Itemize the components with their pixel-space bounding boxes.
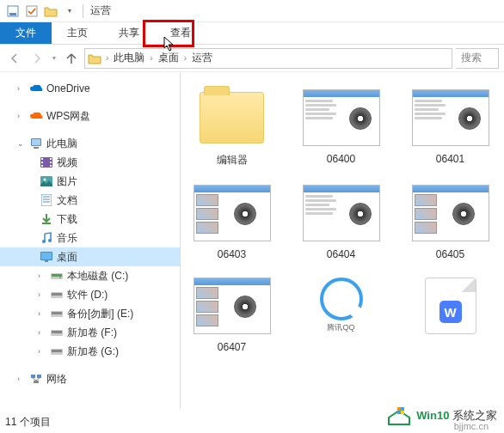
- file-item-video[interactable]: 06405: [409, 183, 491, 260]
- sidebar-item-downloads[interactable]: 下载: [0, 210, 180, 229]
- sidebar-item-documents[interactable]: 文档: [0, 191, 180, 210]
- expand-icon[interactable]: ›: [38, 290, 48, 299]
- breadcrumb-this-pc[interactable]: 此电脑: [110, 51, 148, 65]
- file-item-video[interactable]: 06401: [409, 88, 491, 168]
- sidebar-item-disk-e[interactable]: › 备份[勿删] (E:): [0, 304, 180, 323]
- sidebar-item-desktop[interactable]: 桌面: [0, 247, 180, 266]
- sidebar-label: 网络: [45, 372, 67, 387]
- nav-forward-button[interactable]: [28, 49, 46, 68]
- sidebar-item-disk-f[interactable]: › 新加卷 (F:): [0, 323, 180, 342]
- file-item-video[interactable]: 06400: [300, 88, 382, 168]
- sidebar-label: 软件 (D:): [65, 288, 108, 302]
- svg-rect-9: [41, 165, 43, 167]
- sidebar-item-wps[interactable]: › WPS网盘: [0, 107, 180, 125]
- content-area: 编辑器 06400 06401 06403 06: [181, 72, 504, 409]
- breadcrumb-folder-icon: [85, 52, 104, 64]
- sidebar-item-disk-g[interactable]: › 新加卷 (G:): [0, 342, 180, 361]
- breadcrumb-desktop[interactable]: 桌面: [155, 51, 182, 65]
- tab-view[interactable]: 查看: [155, 22, 206, 44]
- file-item-video[interactable]: 06404: [300, 183, 382, 260]
- disk-icon: [48, 327, 65, 338]
- file-label: 06403: [218, 248, 246, 260]
- expand-icon[interactable]: ›: [17, 375, 28, 383]
- expand-icon[interactable]: ›: [38, 347, 48, 356]
- qat-save-icon[interactable]: [5, 3, 21, 19]
- title-separator: [83, 4, 83, 18]
- file-label: 编辑器: [217, 153, 248, 168]
- sidebar-label: 音乐: [55, 231, 77, 246]
- svg-rect-29: [52, 293, 62, 296]
- sidebar-label: OneDrive: [45, 82, 90, 95]
- sidebar-label: 备份[勿删] (E:): [65, 307, 133, 321]
- tab-home[interactable]: 主页: [52, 22, 103, 44]
- breadcrumb-current[interactable]: 运营: [188, 51, 216, 65]
- title-bar: ▾ 运营: [0, 0, 504, 22]
- sidebar-item-video[interactable]: 视频: [0, 153, 180, 172]
- breadcrumb-sep-icon[interactable]: ›: [148, 53, 154, 63]
- sidebar-label: 图片: [55, 174, 77, 189]
- sidebar: › OneDrive › WPS网盘 ⌄ 此电脑 视频: [0, 72, 181, 409]
- breadcrumb[interactable]: › 此电脑 › 桌面 › 运营: [84, 48, 452, 69]
- svg-point-27: [59, 277, 61, 278]
- file-item-video[interactable]: 06407: [191, 276, 273, 353]
- sidebar-item-disk-c[interactable]: › 本地磁盘 (C:): [0, 266, 180, 285]
- svg-rect-12: [50, 165, 52, 167]
- svg-rect-37: [37, 375, 41, 378]
- breadcrumb-sep-icon[interactable]: ›: [182, 53, 188, 63]
- file-item-wps-doc[interactable]: W: [409, 276, 491, 353]
- network-icon: [28, 374, 45, 384]
- sidebar-item-disk-d[interactable]: › 软件 (D:): [0, 285, 180, 304]
- svg-rect-44: [401, 411, 404, 414]
- svg-point-21: [48, 239, 52, 242]
- svg-rect-31: [52, 312, 62, 314]
- nav-up-button[interactable]: [62, 49, 81, 68]
- video-thumbnail: [412, 88, 489, 148]
- sidebar-item-music[interactable]: 音乐: [0, 229, 180, 247]
- sidebar-item-this-pc[interactable]: ⌄ 此电脑: [0, 134, 180, 153]
- disk-icon: [48, 271, 65, 281]
- search-input[interactable]: 搜索: [456, 48, 499, 69]
- wps-doc-icon: W: [412, 276, 489, 336]
- watermark-url: bjjmc.cn: [454, 421, 489, 431]
- sidebar-item-network[interactable]: › 网络: [0, 369, 180, 388]
- expand-icon[interactable]: ›: [38, 328, 48, 337]
- svg-line-39: [33, 378, 36, 381]
- svg-rect-23: [41, 253, 52, 259]
- svg-rect-43: [397, 411, 401, 414]
- disk-icon: [48, 290, 65, 300]
- svg-rect-36: [31, 375, 35, 378]
- sidebar-label: 本地磁盘 (C:): [65, 269, 128, 284]
- tab-file[interactable]: 文件: [0, 22, 52, 44]
- svg-rect-33: [52, 331, 62, 333]
- svg-rect-2: [27, 6, 37, 16]
- qat-check-icon[interactable]: [24, 3, 40, 19]
- sidebar-label: WPS网盘: [45, 109, 90, 124]
- nav-back-button[interactable]: [5, 49, 24, 68]
- pc-icon: [28, 137, 45, 149]
- qat-folder-icon[interactable]: [43, 3, 58, 19]
- expand-icon[interactable]: ›: [38, 309, 48, 318]
- file-item-qq[interactable]: 腾讯QQ: [300, 276, 382, 353]
- sidebar-item-onedrive[interactable]: › OneDrive: [0, 79, 180, 98]
- nav-history-dropdown[interactable]: ▾: [50, 49, 58, 68]
- video-thumbnail: [303, 183, 380, 243]
- desktop-icon: [38, 252, 55, 262]
- nav-bar: ▾ › 此电脑 › 桌面 › 运营 搜索: [0, 45, 504, 72]
- file-item-folder[interactable]: 编辑器: [191, 88, 273, 168]
- onedrive-icon: [28, 83, 45, 94]
- expand-icon[interactable]: ⌄: [17, 139, 28, 148]
- file-label: 06404: [327, 248, 355, 260]
- sidebar-label: 此电脑: [45, 137, 77, 151]
- breadcrumb-sep-icon[interactable]: ›: [104, 53, 110, 63]
- window-title: 运营: [90, 3, 111, 18]
- sidebar-item-pictures[interactable]: 图片: [0, 172, 180, 191]
- expand-icon[interactable]: ›: [38, 271, 48, 280]
- music-icon: [38, 232, 55, 244]
- file-item-video[interactable]: 06403: [191, 183, 273, 260]
- svg-rect-5: [34, 147, 39, 149]
- expand-icon[interactable]: ›: [17, 112, 28, 120]
- tab-share[interactable]: 共享: [103, 22, 155, 44]
- expand-icon[interactable]: ›: [17, 84, 28, 93]
- qat-dropdown-icon[interactable]: ▾: [62, 3, 77, 19]
- qq-icon: 腾讯QQ: [303, 276, 380, 336]
